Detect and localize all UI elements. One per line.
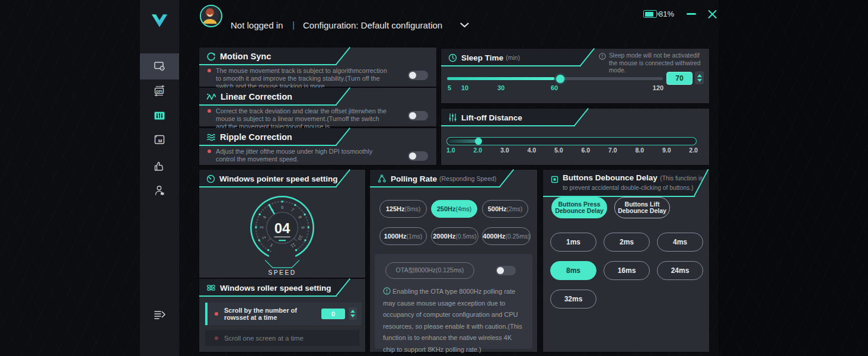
thumbs-up-icon — [153, 160, 166, 172]
sleep-tick: 30 — [497, 84, 505, 91]
roller-speed-header: Windows roller speed setting — [199, 279, 365, 297]
ota-note-text: Enabling the OTA type 8000Hz polling rat… — [383, 288, 522, 353]
debounce-option-1ms[interactable]: 1ms — [550, 233, 596, 252]
svg-text:6: 6 — [281, 205, 283, 210]
polling-rate-panel: Polling Rate (Responding Speed) 125Hz(8m… — [370, 170, 537, 352]
roller-rows-stepper[interactable] — [349, 307, 357, 320]
avatar[interactable] — [200, 5, 222, 27]
sleep-note-text: Sleep mode will not be activatedif the m… — [609, 52, 707, 75]
motion-sync-icon — [206, 52, 216, 61]
polling-option-1000hz[interactable]: 1000Hz(1ms) — [379, 227, 427, 245]
ota-8000hz-toggle[interactable] — [496, 266, 516, 275]
slider-knob[interactable] — [556, 75, 564, 83]
tab-lift-debounce[interactable]: Buttons Lift Debounce Delay — [614, 197, 670, 218]
user-icon — [153, 184, 166, 196]
motion-sync-toggle[interactable] — [408, 71, 428, 80]
lift-tick: 9.0 — [662, 147, 671, 154]
roller-option-rows[interactable]: Scroll by the number of rowsset at a tim… — [205, 303, 362, 325]
chevron-down-icon — [460, 23, 469, 28]
ripple-correction-title: Ripple Correction — [220, 132, 292, 142]
atom-icon — [206, 283, 216, 293]
ripple-correction-header: Ripple Correction — [199, 128, 436, 146]
sidebar-item-feedback[interactable] — [140, 154, 179, 179]
debounce-option-16ms[interactable]: 16ms — [604, 261, 650, 280]
svg-text:7: 7 — [290, 207, 295, 213]
debounce-title: Buttons Debounce Delay — [563, 173, 658, 182]
ripple-correction-description: Adjust the jitter ofthe mouse under high… — [216, 148, 376, 163]
slider-fill — [447, 77, 554, 80]
motion-sync-header: Motion Sync — [199, 47, 436, 65]
info-icon — [599, 53, 606, 60]
linear-correction-description: Correct the track deviation and clear th… — [216, 107, 388, 130]
svg-text:8: 8 — [297, 215, 303, 220]
debounce-option-4ms[interactable]: 4ms — [657, 233, 703, 252]
slider-knob[interactable] — [475, 138, 482, 145]
pointer-speed-panel: Windows pointer speed setting 1 2 3 4 5 … — [199, 170, 365, 278]
configuration-selector[interactable]: Configuration: Default configuration — [303, 20, 442, 30]
speedometer-icon — [206, 174, 215, 183]
roller-speed-title: Windows roller speed setting — [220, 284, 331, 293]
debounce-header: Buttons Debounce Delay (This function is… — [543, 170, 709, 197]
v-logo-icon — [150, 12, 169, 28]
motion-sync-description: The mouse movement track is subject to a… — [216, 67, 388, 90]
roller-option-screen[interactable]: Scroll one screen at a time — [205, 330, 359, 346]
linear-correction-header: Linear Correction — [199, 88, 436, 106]
linear-correction-toggle[interactable] — [408, 111, 428, 120]
sidebar-item-dpi[interactable]: DPI — [140, 78, 179, 103]
sidebar-item-account[interactable] — [140, 177, 179, 202]
chip-icon — [550, 175, 559, 184]
svg-text:DPI: DPI — [156, 89, 162, 93]
sidebar-item-macro[interactable]: M — [140, 127, 179, 152]
lift-off-header: Lift-off Distance — [441, 109, 709, 126]
login-status: Not logged in — [231, 20, 283, 30]
svg-text:11: 11 — [290, 242, 297, 249]
close-button[interactable] — [707, 9, 717, 19]
bullet-dot — [208, 109, 211, 113]
lift-off-slider[interactable] — [446, 137, 697, 145]
polling-option-500hz[interactable]: 500Hz(2ms) — [482, 200, 528, 218]
debounce-option-32ms[interactable]: 32ms — [550, 290, 596, 309]
battery-percentage: 81% — [659, 9, 674, 18]
debounce-option-2ms[interactable]: 2ms — [604, 233, 650, 252]
svg-text:10: 10 — [297, 234, 304, 241]
sidebar-item-performance[interactable] — [140, 103, 179, 128]
polling-rate-icon — [377, 174, 387, 183]
bullet-dot — [208, 69, 211, 72]
info-icon — [383, 287, 391, 295]
stepper-up-icon[interactable] — [350, 310, 355, 313]
polling-option-2000hz[interactable]: 2000Hz(0.5ms) — [431, 227, 478, 245]
sleep-tick: 5 — [448, 84, 451, 91]
svg-text:3: 3 — [259, 226, 264, 228]
debounce-option-8ms[interactable]: 8ms — [550, 261, 596, 280]
sleep-tick: 60 — [551, 84, 558, 91]
polling-option-250hz[interactable]: 250Hz(4ms) — [431, 200, 477, 218]
configuration-dropdown[interactable] — [460, 23, 469, 28]
sleep-mode-note: Sleep mode will not be activatedif the m… — [599, 52, 707, 75]
roller-rows-input[interactable] — [321, 309, 345, 319]
tab-press-debounce[interactable]: Buttons Press Debounce Delay — [551, 197, 607, 218]
polling-rate-title: Polling Rate — [391, 174, 437, 183]
equalizer-icon — [153, 110, 166, 121]
minimize-button[interactable] — [687, 13, 696, 15]
sidebar-item-device-settings[interactable] — [140, 53, 179, 80]
debounce-delay-panel: Buttons Debounce Delay (This function is… — [543, 170, 709, 352]
lift-tick: 5.0 — [554, 147, 563, 154]
sidebar: DPI M — [140, 0, 179, 356]
stepper-down-icon[interactable] — [350, 314, 355, 317]
ota-8k-section: OTA型8000Hz(0.125ms) Enabling the OTA typ… — [375, 254, 532, 349]
roller-speed-panel: Windows roller speed setting Scroll by t… — [199, 279, 365, 352]
debounce-option-24ms[interactable]: 24ms — [657, 261, 703, 280]
speed-unit-label: SPEED — [268, 269, 296, 276]
lift-tick: 7.0 — [608, 147, 617, 154]
polling-option-125hz[interactable]: 125Hz(8ms) — [379, 200, 427, 218]
svg-text:9: 9 — [300, 226, 305, 228]
polling-rate-suffix: (Responding Speed) — [439, 175, 496, 182]
ota-8000hz-button[interactable]: OTA型8000Hz(0.125ms) — [385, 262, 474, 279]
speed-gauge[interactable]: 1 2 3 4 5 6 7 8 9 10 11 04 SPEED — [242, 189, 323, 276]
stepper-down-icon[interactable] — [697, 79, 702, 82]
sleep-time-slider[interactable] — [447, 77, 663, 80]
ripple-correction-toggle[interactable] — [408, 151, 428, 161]
slider-fill — [449, 139, 477, 143]
sidebar-expand-menu[interactable] — [140, 302, 179, 327]
polling-option-4000hz[interactable]: 4000Hz(0.25ms) — [482, 227, 531, 245]
